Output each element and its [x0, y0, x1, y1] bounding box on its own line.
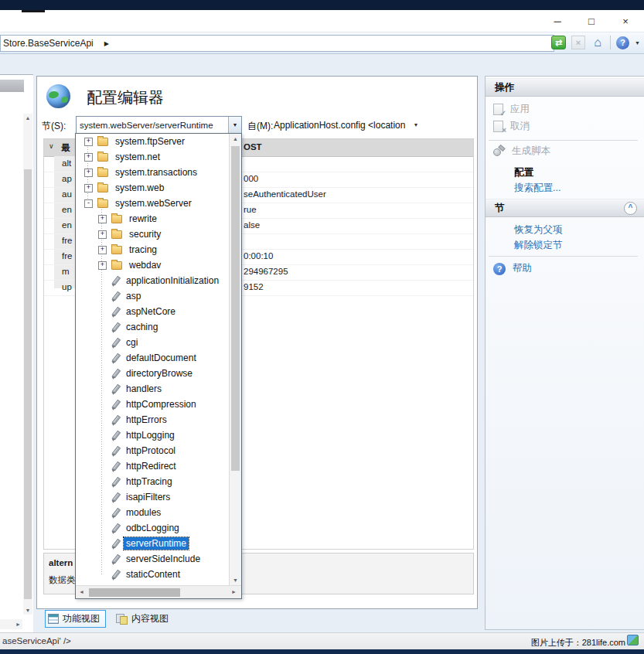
watermark-icon [627, 635, 639, 645]
property-value-cell[interactable]: seAuthenticatedUser [244, 189, 326, 199]
property-value-cell[interactable]: 294967295 [244, 267, 288, 276]
connections-pane-cropped: ▲ ▼ ► [0, 74, 33, 633]
revert-to-parent-link[interactable]: 恢复为父项 [514, 223, 563, 237]
tree-item-cgi[interactable]: cgi [76, 335, 230, 350]
refresh-icon[interactable]: ⇄ [551, 36, 566, 49]
tree-item-odbcLogging[interactable]: odbcLogging [76, 520, 230, 536]
generate-script-button[interactable]: 生成脚本 [493, 145, 550, 158]
tab-features-view[interactable]: 功能视图 [45, 610, 106, 628]
tree-item-httpLogging[interactable]: httpLogging [76, 427, 230, 443]
expand-toggle-icon[interactable]: + [98, 215, 107, 223]
tree-item-httpErrors[interactable]: httpErrors [76, 412, 230, 427]
tree-item-httpCompression[interactable]: httpCompression [76, 397, 230, 412]
tree-item-system.web[interactable]: +system.web [76, 180, 230, 196]
section-combobox[interactable]: system.webServer/serverRuntime ▼ [76, 116, 242, 134]
property-value-cell[interactable]: 000 [244, 174, 258, 183]
tree-item-staticContent[interactable]: staticContent [76, 567, 230, 582]
tree-item-label: httpProtocol [124, 445, 178, 457]
scrollbar-thumb[interactable] [89, 588, 180, 597]
tab-content-view[interactable]: 内容视图 [114, 611, 174, 627]
expand-toggle-icon[interactable]: + [84, 138, 93, 146]
connections-pane-header [0, 80, 24, 92]
connections-vertical-scrollbar[interactable]: ▲ ▼ [23, 114, 32, 615]
tree-item-directoryBrowse[interactable]: directoryBrowse [76, 366, 230, 381]
tree-item-aspNetCore[interactable]: aspNetCore [76, 304, 230, 319]
status-bar: aseServiceApi' /> 图片上传于：281life.com [0, 632, 644, 649]
tree-item-rewrite[interactable]: +rewrite [76, 211, 230, 227]
expand-toggle-icon[interactable]: + [84, 184, 93, 192]
apply-button[interactable]: ✓ 应用 [493, 103, 530, 116]
tree-item-asp[interactable]: asp [76, 288, 230, 304]
help-icon[interactable]: ? [616, 36, 629, 49]
property-value-cell[interactable]: rue [244, 205, 257, 214]
page-title: 配置编辑器 [87, 87, 164, 108]
window-controls: ─ □ × [547, 12, 636, 29]
scroll-up-icon[interactable]: ▲ [23, 115, 32, 121]
from-dropdown-icon[interactable]: ▼ [413, 122, 418, 128]
section-group-header[interactable]: 节 ^ [486, 199, 644, 217]
scrollbar-thumb[interactable] [24, 169, 32, 599]
tree-item-system.transactions[interactable]: +system.transactions [76, 165, 230, 180]
tree-item-system.net[interactable]: +system.net [76, 149, 230, 165]
collapse-group-icon[interactable]: ^ [624, 202, 637, 215]
property-value-cell[interactable]: 9152 [244, 282, 264, 291]
help-circle-icon: ? [493, 263, 506, 275]
section-pencil-icon [111, 322, 120, 332]
expand-toggle-icon[interactable]: + [98, 230, 107, 239]
help-dropdown-icon[interactable]: ▼ [635, 40, 640, 46]
popup-horizontal-scrollbar[interactable]: ◄ ► [76, 585, 241, 598]
apply-icon: ✓ [493, 104, 503, 115]
breadcrumb[interactable]: Store.BaseServiceApi ▶ [0, 35, 554, 52]
scroll-up-icon[interactable]: ▲ [230, 136, 241, 141]
property-value-cell[interactable]: 0:00:10 [244, 251, 273, 261]
apply-label: 应用 [510, 103, 530, 116]
cancel-button[interactable]: × 取消 [493, 120, 530, 133]
tree-item-webdav[interactable]: +webdav [76, 257, 230, 273]
maximize-button[interactable]: □ [581, 12, 602, 29]
minimize-button[interactable]: ─ [547, 12, 568, 29]
combobox-dropdown-icon[interactable]: ▼ [228, 117, 241, 133]
connections-horizontal-scrollbar[interactable]: ► [0, 619, 22, 629]
tree-item-caching[interactable]: caching [76, 319, 230, 335]
section-pencil-icon [111, 523, 120, 533]
tree-item-httpRedirect[interactable]: httpRedirect [76, 458, 230, 474]
tree-item-system.ftpServer[interactable]: +system.ftpServer [76, 134, 230, 149]
expand-toggle-icon[interactable]: + [84, 169, 93, 177]
expand-toggle-icon[interactable]: + [98, 261, 107, 270]
home-icon[interactable]: ⌂ [591, 36, 605, 49]
revert-to-parent-label: 恢复为父项 [514, 223, 563, 237]
close-button[interactable]: × [615, 12, 636, 29]
scroll-right-icon[interactable]: ► [15, 622, 21, 627]
stop-icon[interactable]: × [571, 36, 585, 49]
from-combobox[interactable]: ApplicationHost.config <location ▼ [274, 116, 475, 134]
property-value-cell[interactable]: alse [244, 220, 260, 230]
tree-item-label: odbcLogging [124, 522, 182, 534]
tree-item-defaultDocument[interactable]: defaultDocument [76, 350, 230, 366]
collapse-chevron-icon[interactable]: ∨ [49, 142, 54, 150]
help-label: 帮助 [513, 262, 532, 275]
expand-toggle-icon[interactable]: + [84, 153, 93, 162]
tree-item-serverSideInclude[interactable]: serverSideInclude [76, 551, 230, 567]
unlock-section-link[interactable]: 解除锁定节 [514, 239, 563, 252]
tree-item-modules[interactable]: modules [76, 505, 230, 520]
expand-toggle-icon[interactable]: + [98, 246, 107, 254]
scroll-down-icon[interactable]: ▼ [230, 577, 241, 583]
search-configuration-link[interactable]: 搜索配置... [514, 182, 561, 195]
help-link[interactable]: ? 帮助 [493, 262, 532, 275]
breadcrumb-caret-icon[interactable]: ▶ [104, 40, 109, 47]
scroll-left-icon[interactable]: ◄ [79, 589, 84, 594]
scroll-down-icon[interactable]: ▼ [23, 608, 32, 613]
tree-item-isapiFilters[interactable]: isapiFilters [76, 489, 230, 505]
scrollbar-thumb[interactable] [231, 146, 240, 471]
tree-item-httpTracing[interactable]: httpTracing [76, 474, 230, 489]
tree-item-httpProtocol[interactable]: httpProtocol [76, 443, 230, 458]
scroll-right-icon[interactable]: ► [231, 589, 237, 594]
collapse-toggle-icon[interactable]: - [84, 199, 93, 208]
popup-vertical-scrollbar[interactable]: ▲ ▼ [229, 134, 241, 585]
tree-item-handlers[interactable]: handlers [76, 381, 230, 397]
tree-item-tracing[interactable]: +tracing [76, 242, 230, 257]
tree-item-system.webServer[interactable]: -system.webServer [76, 196, 230, 211]
tree-item-applicationInitialization[interactable]: applicationInitialization [76, 273, 230, 288]
tree-item-security[interactable]: +security [76, 227, 230, 242]
tree-item-serverRuntime[interactable]: serverRuntime [76, 536, 230, 551]
